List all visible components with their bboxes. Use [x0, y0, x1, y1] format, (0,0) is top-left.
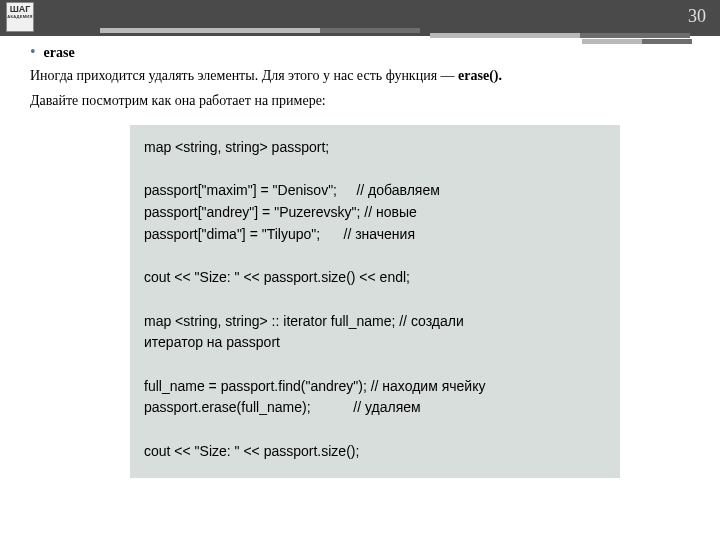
code-line: cout << "Size: " << passport.size() << e…: [144, 269, 410, 285]
deco-bar: [642, 39, 692, 44]
code-line: итератор на passport: [144, 334, 280, 350]
code-line: passport["andrey"] = "Puzerevsky"; // но…: [144, 204, 417, 220]
code-line: passport.erase(full_name); // удаляем: [144, 399, 421, 415]
deco-bar: [100, 28, 320, 33]
bullet-line: • erase: [30, 44, 690, 61]
bullet-icon: •: [30, 44, 36, 60]
code-line: map <string, string> :: iterator full_na…: [144, 313, 464, 329]
code-line: passport["dima"] = "Tilyupo"; // значени…: [144, 226, 415, 242]
code-line: map <string, string> passport;: [144, 139, 329, 155]
para-1-text: Иногда приходится удалять элементы. Для …: [30, 68, 458, 83]
paragraph-1: Иногда приходится удалять элементы. Для …: [30, 65, 690, 86]
paragraph-2: Давайте посмотрим как она работает на пр…: [30, 90, 690, 111]
code-block: map <string, string> passport; passport[…: [130, 125, 620, 478]
header-bar: ШАГ АКАДЕМИЯ 30: [0, 0, 720, 36]
logo-text-main: ШАГ: [10, 4, 31, 14]
logo-text-sub: АКАДЕМИЯ: [7, 15, 33, 19]
deco-bar: [430, 33, 580, 38]
code-line: passport["maxim"] = "Denisov"; // добавл…: [144, 182, 440, 198]
section-title: erase: [44, 45, 75, 61]
code-line: full_name = passport.find("andrey"); // …: [144, 378, 485, 394]
para-1-bold: erase().: [458, 68, 502, 83]
code-line: cout << "Size: " << passport.size();: [144, 443, 359, 459]
logo: ШАГ АКАДЕМИЯ: [6, 2, 34, 32]
deco-bar: [320, 28, 420, 33]
deco-bar: [580, 33, 690, 38]
page-number: 30: [688, 6, 706, 27]
content-area: • erase Иногда приходится удалять элемен…: [0, 36, 720, 478]
deco-bar: [582, 39, 642, 44]
